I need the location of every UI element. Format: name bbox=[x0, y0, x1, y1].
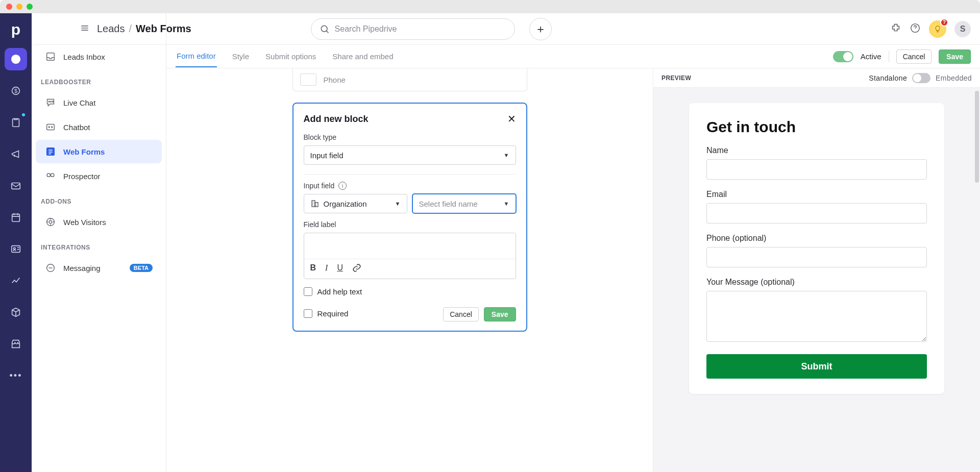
required-checkbox[interactable]: Required bbox=[304, 309, 349, 318]
sidebar-messaging[interactable]: Messaging BETA bbox=[36, 256, 162, 280]
sidebar-prospector-label: Prospector bbox=[63, 172, 101, 181]
svg-point-1 bbox=[14, 57, 17, 61]
preview-column: PREVIEW Standalone Embedded Get in touch… bbox=[653, 68, 980, 472]
rail-projects[interactable] bbox=[5, 111, 27, 134]
tab-submit-options[interactable]: Submit options bbox=[264, 46, 317, 67]
block-cancel-button[interactable]: Cancel bbox=[443, 307, 479, 321]
field-message-input[interactable] bbox=[706, 291, 927, 342]
rte-textarea[interactable] bbox=[304, 233, 516, 259]
svg-point-11 bbox=[51, 101, 52, 102]
search-icon bbox=[320, 24, 330, 34]
rail-mail[interactable] bbox=[5, 175, 27, 197]
breadcrumb-parent[interactable]: Leads bbox=[97, 23, 125, 35]
sales-assistant-icon[interactable]: ? bbox=[929, 20, 946, 38]
avatar[interactable]: S bbox=[954, 21, 971, 37]
quick-add-button[interactable]: ＋ bbox=[529, 18, 552, 40]
sidebar-section-leadbooster: LEADBOOSTER bbox=[32, 69, 166, 90]
link-icon[interactable] bbox=[352, 263, 361, 275]
sidebar-section-addons: ADD-ONS bbox=[32, 189, 166, 209]
block-type-select[interactable]: Input field ▼ bbox=[304, 145, 516, 165]
submit-button[interactable]: Submit bbox=[706, 354, 927, 379]
tab-style[interactable]: Style bbox=[231, 46, 250, 67]
sidebar-prospector[interactable]: Prospector bbox=[36, 164, 162, 188]
active-toggle[interactable] bbox=[833, 51, 853, 62]
alert-badge: ? bbox=[940, 18, 948, 27]
field-message-label: Your Message (optional) bbox=[706, 278, 927, 287]
svg-text:$: $ bbox=[14, 88, 17, 94]
rail-contacts[interactable] bbox=[5, 238, 27, 260]
bold-icon[interactable]: B bbox=[310, 263, 316, 275]
rail-projects-dot bbox=[22, 113, 25, 116]
scrollbar[interactable] bbox=[975, 91, 979, 183]
field-phone-input[interactable] bbox=[706, 247, 927, 267]
nav-rail: p $ ••• bbox=[0, 13, 32, 472]
rail-marketplace[interactable] bbox=[5, 333, 27, 355]
sidebar-chatbot[interactable]: Chatbot bbox=[36, 115, 162, 139]
cancel-button[interactable]: Cancel bbox=[896, 49, 932, 64]
traffic-min[interactable] bbox=[16, 4, 22, 10]
form-title: Get in touch bbox=[706, 118, 927, 136]
sidebar-web-visitors[interactable]: Web Visitors bbox=[36, 210, 162, 234]
chevron-down-icon: ▼ bbox=[395, 201, 401, 207]
italic-icon[interactable]: I bbox=[325, 263, 328, 275]
close-icon[interactable]: ✕ bbox=[507, 113, 516, 125]
tab-share-embed[interactable]: Share and embed bbox=[331, 46, 394, 67]
traffic-close[interactable] bbox=[6, 4, 12, 10]
svg-point-22 bbox=[321, 26, 327, 32]
sub-header: Form editor Style Submit options Share a… bbox=[166, 45, 980, 68]
beta-badge: BETA bbox=[130, 264, 153, 272]
sidebar-live-chat[interactable]: Live Chat bbox=[36, 91, 162, 114]
field-label-editor[interactable]: B I U bbox=[304, 233, 516, 279]
rail-insights[interactable] bbox=[5, 269, 27, 292]
field-name-select[interactable]: Select field name ▼ bbox=[412, 194, 516, 213]
breadcrumb-current: Web Forms bbox=[136, 23, 191, 35]
svg-rect-6 bbox=[12, 214, 20, 222]
menu-toggle[interactable] bbox=[80, 23, 90, 35]
rail-campaigns[interactable] bbox=[5, 143, 27, 165]
block-type-value: Input field bbox=[310, 151, 344, 160]
add-help-checkbox[interactable]: Add help text bbox=[304, 287, 516, 296]
standalone-label: Standalone bbox=[869, 74, 907, 82]
add-help-input[interactable] bbox=[304, 287, 312, 296]
required-label: Required bbox=[317, 309, 349, 318]
svg-point-10 bbox=[48, 101, 50, 102]
organization-icon bbox=[310, 199, 320, 208]
chevron-down-icon: ▼ bbox=[504, 201, 509, 207]
block-save-button[interactable]: Save bbox=[484, 307, 516, 321]
traffic-max[interactable] bbox=[27, 4, 33, 10]
field-email-input[interactable] bbox=[706, 203, 927, 223]
extensions-icon[interactable] bbox=[890, 22, 901, 36]
drag-handle-icon[interactable] bbox=[300, 73, 316, 86]
svg-rect-7 bbox=[12, 246, 20, 253]
rail-more[interactable]: ••• bbox=[5, 364, 27, 387]
svg-rect-5 bbox=[12, 183, 20, 189]
add-help-label: Add help text bbox=[317, 287, 362, 296]
required-input[interactable] bbox=[304, 309, 312, 318]
field-card-phone[interactable]: Phone bbox=[292, 68, 527, 91]
info-icon[interactable]: i bbox=[338, 182, 347, 190]
field-name-input[interactable] bbox=[706, 159, 927, 180]
sidebar-live-chat-label: Live Chat bbox=[63, 98, 95, 107]
sidebar-web-visitors-label: Web Visitors bbox=[63, 218, 106, 227]
field-name-placeholder: Select field name bbox=[419, 200, 478, 208]
sidebar-section-integrations: INTEGRATIONS bbox=[32, 235, 166, 255]
sidebar-web-forms[interactable]: Web Forms bbox=[36, 140, 162, 163]
save-button[interactable]: Save bbox=[939, 49, 971, 64]
rail-leads[interactable] bbox=[5, 48, 27, 70]
rail-activities[interactable] bbox=[5, 206, 27, 229]
search-input[interactable]: Search Pipedrive bbox=[311, 18, 515, 40]
svg-point-17 bbox=[47, 173, 50, 177]
entity-value: Organization bbox=[324, 200, 367, 208]
rail-products[interactable] bbox=[5, 301, 27, 324]
underline-icon[interactable]: U bbox=[337, 263, 343, 275]
embedded-label: Embedded bbox=[936, 74, 972, 82]
editor-column: Phone Add new block ✕ Block type Input f… bbox=[166, 68, 653, 472]
field-phone-label: Phone (optional) bbox=[706, 234, 927, 243]
rail-deals[interactable]: $ bbox=[5, 80, 27, 102]
tab-form-editor[interactable]: Form editor bbox=[176, 45, 217, 67]
sidebar-leads-inbox[interactable]: Leads Inbox bbox=[36, 45, 162, 68]
svg-point-18 bbox=[51, 173, 54, 177]
entity-select[interactable]: Organization ▼ bbox=[304, 194, 407, 213]
preview-mode-toggle[interactable] bbox=[912, 73, 930, 83]
help-icon[interactable] bbox=[910, 22, 921, 36]
